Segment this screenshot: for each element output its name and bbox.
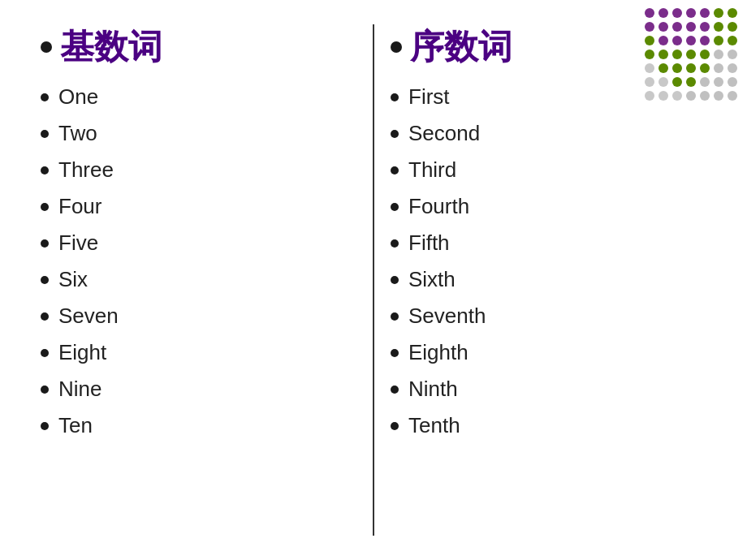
bullet-dot: [41, 239, 49, 248]
decoration-dot: [672, 63, 682, 73]
list-item: Eight: [41, 340, 356, 365]
list-item: Ten: [41, 413, 356, 438]
decoration-dot: [700, 8, 710, 18]
decoration-dot: [728, 91, 737, 101]
decoration-dot: [728, 22, 737, 32]
bullet-dot: [391, 203, 399, 211]
item-text: Ninth: [408, 377, 458, 402]
decoration-dot: [658, 36, 668, 45]
cardinal-title: 基数词: [41, 24, 356, 70]
decoration-dot: [700, 22, 710, 32]
item-text: Ten: [58, 413, 93, 438]
decoration-dot: [672, 8, 682, 18]
ordinal-list: FirstSecondThirdFourthFifthSixthSeventhE…: [391, 84, 706, 438]
list-item: Tenth: [391, 413, 706, 438]
decoration-dot: [645, 50, 654, 59]
decoration-dot: [686, 63, 696, 73]
decoration-dot: [686, 50, 696, 59]
item-text: Fourth: [408, 194, 469, 219]
decoration-dot: [714, 77, 723, 87]
list-item: Five: [41, 230, 356, 256]
decoration-dot: [658, 50, 668, 59]
decoration-dot: [645, 91, 654, 101]
decoration-dot: [714, 8, 723, 18]
item-text: First: [408, 84, 450, 110]
bullet-dot: [41, 386, 49, 394]
decoration-dot: [672, 50, 682, 59]
decoration-dot: [700, 63, 710, 73]
bullet-dot: [391, 386, 399, 394]
decoration-dot: [728, 50, 737, 59]
item-text: Eighth: [408, 340, 468, 365]
decoration-dot: [700, 50, 710, 59]
decoration-dot: [686, 36, 696, 45]
item-text: Eight: [58, 340, 106, 365]
item-text: One: [58, 84, 98, 110]
cardinal-list: OneTwoThreeFourFiveSixSevenEightNineTen: [41, 84, 356, 438]
item-text: Second: [408, 121, 480, 146]
bullet-dot: [391, 349, 399, 357]
decoration-dot: [645, 8, 654, 18]
list-item: Fourth: [391, 194, 706, 219]
list-item: Second: [391, 121, 706, 146]
decoration-dot: [686, 91, 696, 101]
decoration-dot: [645, 77, 654, 87]
bullet-dot: [391, 276, 399, 284]
bullet-dot: [391, 166, 399, 174]
list-item: Ninth: [391, 377, 706, 402]
item-text: Seven: [58, 304, 119, 329]
bullet-dot: [41, 312, 49, 321]
decoration-dot: [658, 22, 668, 32]
bullet-dot: [41, 203, 49, 211]
item-text: Sixth: [408, 267, 456, 292]
decoration-dot: [658, 91, 668, 101]
bullet-dot: [391, 422, 399, 430]
decoration-dot: [700, 91, 710, 101]
bullet-dot: [41, 130, 49, 138]
bullet-dot: [41, 349, 49, 357]
item-text: Fifth: [408, 230, 450, 256]
item-text: Three: [58, 157, 114, 183]
decoration-dot: [728, 8, 737, 18]
bullet-dot: [41, 93, 49, 101]
decoration-dot: [700, 36, 710, 45]
list-item: Fifth: [391, 230, 706, 256]
list-item: Six: [41, 267, 356, 292]
decoration-dot: [672, 36, 682, 45]
list-item: Eighth: [391, 340, 706, 365]
item-text: Four: [58, 194, 101, 219]
title-bullet-ordinal: [391, 41, 402, 53]
cardinal-column: 基数词 OneTwoThreeFourFiveSixSevenEightNine…: [32, 24, 365, 536]
bullet-dot: [391, 312, 399, 321]
decoration-dot: [658, 8, 668, 18]
decoration-dot: [714, 91, 723, 101]
list-item: Four: [41, 194, 356, 219]
list-item: Seventh: [391, 304, 706, 329]
decoration-dot: [728, 63, 737, 73]
decoration-dot: [686, 77, 696, 87]
item-text: Third: [408, 157, 456, 183]
decoration-dot: [686, 22, 696, 32]
bullet-dot: [391, 93, 399, 101]
bullet-dot: [41, 422, 49, 430]
decoration-dot: [714, 50, 723, 59]
column-divider: [373, 24, 374, 536]
list-item: Nine: [41, 377, 356, 402]
decoration-dot: [645, 22, 654, 32]
bullet-dot: [41, 166, 49, 174]
decoration-dot: [714, 63, 723, 73]
item-text: Tenth: [408, 413, 460, 438]
decoration-dot: [672, 91, 682, 101]
item-text: Two: [58, 121, 97, 146]
list-item: Two: [41, 121, 356, 146]
dot-grid-decoration: [645, 8, 739, 102]
bullet-dot: [391, 239, 399, 248]
item-text: Seventh: [408, 304, 486, 329]
decoration-dot: [658, 63, 668, 73]
item-text: Six: [58, 267, 88, 292]
list-item: Sixth: [391, 267, 706, 292]
decoration-dot: [672, 77, 682, 87]
decoration-dot: [645, 36, 654, 45]
decoration-dot: [700, 77, 710, 87]
bullet-dot: [41, 276, 49, 284]
